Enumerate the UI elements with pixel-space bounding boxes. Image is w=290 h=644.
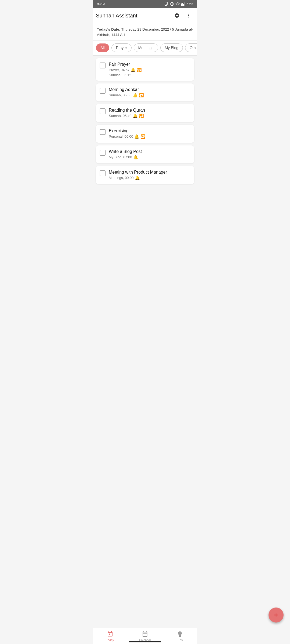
task-list: Fajr PrayerPrayer, 04:57 🔔 🔁Sunrise: 06:… (93, 56, 197, 187)
task-category: My Blog, 07:00 (109, 155, 132, 159)
repeat-icon: 🔁 (140, 134, 146, 139)
task-category: Sunnah, 05:40 (109, 114, 132, 118)
app-bar: Sunnah Assistant (93, 8, 197, 23)
task-meta: My Blog, 07:00 🔔 (109, 155, 190, 160)
task-info: ExercisingPersonal, 06:00 🔔 🔁 (109, 129, 190, 139)
filter-chips: AllPrayerMeetingsMy BlogOther (93, 41, 197, 56)
task-card: Write a Blog PostMy Blog, 07:00 🔔 (96, 145, 194, 163)
task-title: Morning Adhkar (109, 87, 190, 92)
alarm-icon: 🔔 (133, 155, 138, 160)
task-card: ExercisingPersonal, 06:00 🔔 🔁 (96, 125, 194, 143)
task-extra: Sunrise: 06:12 (109, 73, 190, 77)
task-meta: Personal, 06:00 🔔 🔁 (109, 134, 190, 139)
task-card: Reading the QuranSunnah, 05:40 🔔 🔁 (96, 104, 194, 122)
task-checkbox[interactable] (100, 88, 106, 94)
task-checkbox[interactable] (100, 129, 106, 135)
task-title: Write a Blog Post (109, 149, 190, 154)
task-category: Meetings, 09:00 (109, 176, 134, 180)
task-checkbox[interactable] (100, 150, 106, 156)
task-meta: Meetings, 09:00 🔔 (109, 175, 190, 180)
task-meta: Sunnah, 05:40 🔔 🔁 (109, 114, 190, 118)
task-meta: Prayer, 04:57 🔔 🔁 (109, 68, 190, 72)
task-checkbox[interactable] (100, 108, 106, 114)
more-options-button[interactable] (183, 10, 194, 21)
status-bar: 04:51 57% (93, 0, 197, 8)
filter-chip-prayer[interactable]: Prayer (111, 43, 132, 52)
app-bar-actions (172, 10, 194, 21)
alarm-icon: 🔔 (134, 134, 139, 139)
status-icons: 57% (164, 2, 193, 6)
task-title: Reading the Quran (109, 108, 190, 113)
task-category: Prayer, 04:57 (109, 68, 129, 72)
task-info: Write a Blog PostMy Blog, 07:00 🔔 (109, 149, 190, 160)
alarm-icon: 🔔 (133, 114, 138, 118)
task-category: Sunnah, 05:35 (109, 93, 132, 97)
app-title: Sunnah Assistant (96, 13, 172, 19)
filter-chip-myblog[interactable]: My Blog (160, 43, 183, 52)
status-time: 04:51 (97, 2, 106, 6)
task-checkbox[interactable] (100, 170, 106, 176)
task-card: Morning AdhkarSunnah, 05:35 🔔 🔁 (96, 83, 194, 101)
task-info: Fajr PrayerPrayer, 04:57 🔔 🔁Sunrise: 06:… (109, 62, 190, 77)
repeat-icon: 🔁 (139, 93, 144, 98)
repeat-icon: 🔁 (139, 114, 144, 118)
task-card: Meeting with Product ManagerMeetings, 09… (96, 166, 194, 184)
task-info: Morning AdhkarSunnah, 05:35 🔔 🔁 (109, 87, 190, 98)
task-category: Personal, 06:00 (109, 134, 133, 138)
task-meta: Sunnah, 05:35 🔔 🔁 (109, 93, 190, 98)
task-checkbox[interactable] (100, 63, 106, 68)
repeat-icon: 🔁 (137, 68, 142, 72)
alarm-icon: 🔔 (133, 93, 138, 98)
battery-level: 57% (187, 2, 193, 6)
alarm-icon: 🔔 (130, 68, 136, 72)
filter-chip-all[interactable]: All (96, 43, 109, 52)
task-title: Exercising (109, 129, 190, 133)
filter-chip-other[interactable]: Other (185, 43, 197, 52)
date-section: Today's Date: Thursday 29 December, 2022… (93, 23, 197, 41)
settings-button[interactable] (172, 10, 182, 21)
task-info: Reading the QuranSunnah, 05:40 🔔 🔁 (109, 108, 190, 118)
date-label: Today's Date: (97, 27, 120, 31)
filter-chip-meetings[interactable]: Meetings (134, 43, 158, 52)
task-info: Meeting with Product ManagerMeetings, 09… (109, 170, 190, 180)
task-card: Fajr PrayerPrayer, 04:57 🔔 🔁Sunrise: 06:… (96, 58, 194, 81)
task-title: Fajr Prayer (109, 62, 190, 67)
task-title: Meeting with Product Manager (109, 170, 190, 175)
alarm-icon: 🔔 (135, 175, 140, 180)
